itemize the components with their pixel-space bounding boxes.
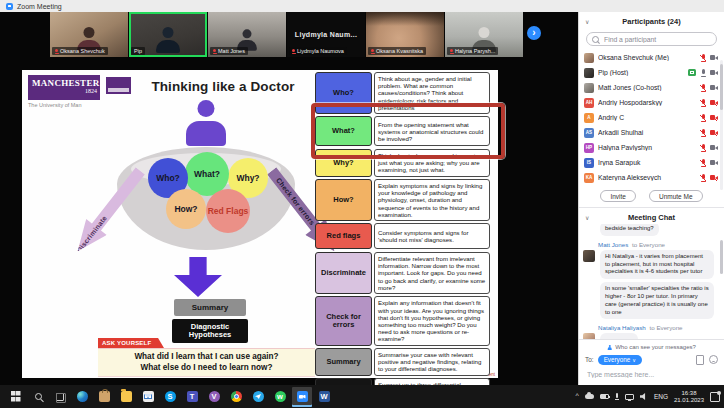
participant-name: Oksana Shevchuk (Me) [598,54,696,61]
video-tile[interactable]: Pip [129,12,207,57]
participant-search [579,28,724,48]
taskbar-app-button[interactable] [116,387,136,407]
taskbar-app-button[interactable] [226,387,246,407]
app-icon [121,391,132,402]
participant-row[interactable]: AH Andriy Hospodarskyy [584,95,720,110]
chat-scroll-thumb[interactable] [720,240,723,274]
mic-icon [700,69,706,77]
notification-center-icon[interactable] [710,392,720,402]
participant-row[interactable]: AS Arkadii Shulhai [584,125,720,140]
app-icon: w [275,391,286,402]
video-filmstrip: Oksana Shevchuk Pip Matt Jones [50,12,523,57]
app-icon [297,391,308,402]
tray-icon[interactable] [640,393,648,400]
participant-row[interactable]: Matt Jones (Co-host) [584,80,720,95]
red-highlight-box [311,103,505,159]
emoji-picker-icon[interactable] [709,355,718,364]
participant-name: Halyna Pavlyshyn [598,144,696,151]
tray-icon[interactable] [615,393,619,400]
chat-audience: to Everyone [650,324,683,331]
funnel-circle: Red Flags [206,189,250,233]
name-tag: Pip [131,47,145,55]
participant-name-card: Liydmyla Naum... [295,31,357,38]
tile-name-label: Oksana Kvasnitska [376,48,423,54]
recipient-selector[interactable]: Everyone ∨ [598,355,642,365]
screen-share-badge [688,69,696,76]
search-input[interactable] [602,35,711,44]
avatar [583,250,595,262]
down-arrow [174,257,222,297]
chat-footer: Who can see your messages? To: Everyone … [579,339,724,385]
participant-row[interactable]: Pip (Host) [584,65,720,80]
app-icon [231,391,242,402]
avatar [584,83,594,93]
participant-row[interactable]: Oksana Shevchuk (Me) [584,50,720,65]
clock[interactable]: 16:38 21.01.2023 [674,390,704,404]
chat-input[interactable] [585,370,718,379]
manchester-logo: MANCHESTER 1824 [28,75,100,100]
invite-button[interactable]: Invite [600,190,636,202]
window-control-button[interactable] [693,2,701,10]
muted-mic-icon [292,49,295,54]
taskbar-app-button[interactable] [6,387,26,407]
video-tile[interactable]: Oksana Shevchuk [50,12,128,57]
chat-message: Thanks☺ [583,333,720,339]
camera-icon [710,175,718,181]
participant-row[interactable]: HP Halyna Pavlyshyn [584,140,720,155]
unmute-me-button[interactable]: Unmute Me [649,190,703,202]
participants-list: Oksana Shevchuk (Me) Pip (Host) [579,48,724,185]
more-videos-button[interactable]: › [527,26,541,40]
taskbar-app-button[interactable]: W [314,387,334,407]
window-control-button[interactable] [676,2,684,10]
tray-icon[interactable] [600,394,609,399]
chat-message: Matt Jones to Everyone [598,241,724,248]
taskbar-app-button[interactable] [248,387,268,407]
window-control-button[interactable] [710,2,718,10]
taskbar-app-button[interactable]: S [160,387,180,407]
language-indicator[interactable]: ENG [654,393,668,400]
tray-icon[interactable] [625,394,634,400]
participant-row[interactable]: KA Kateryna Aleksevych [584,170,720,185]
taskbar-app-button[interactable]: T [182,387,202,407]
taskbar-app-button[interactable] [292,387,312,407]
participant-row[interactable]: A Andriy C [584,110,720,125]
ask-yourself-ribbon: ASK YOURSELF [98,338,164,348]
avatar: HP [584,143,594,153]
app-icon [56,393,64,401]
collapse-chevron-icon[interactable]: ∨ [585,18,589,25]
participant-row[interactable]: IS Iryna Sarapuk [584,155,720,170]
participants-scroll-thumb[interactable] [720,64,723,110]
taskbar-app-button[interactable] [28,387,48,407]
taskbar-app-button[interactable] [50,387,70,407]
video-tile[interactable]: Liydmyla Naum... Liydmyla Naumova [287,12,365,57]
chat-message: Hi Nataliya - it varies from placement t… [583,250,720,279]
tray-icon[interactable] [585,394,594,399]
taskbar-app-button[interactable] [72,387,92,407]
tray-icon[interactable]: ^ [576,392,579,399]
video-tile[interactable]: Matt Jones [208,12,286,57]
taskbar-app-button[interactable]: w [270,387,290,407]
tile-name-label: Matt Jones [218,48,245,54]
taskbar-apps: S T V w [6,387,334,407]
privacy-text[interactable]: Who can see your messages? [615,344,696,350]
camera-icon [710,160,718,166]
video-tile[interactable]: Oksana Kvasnitska [366,12,444,57]
participant-name: Matt Jones (Co-host) [598,84,696,91]
windows-taskbar: S T V w [0,385,724,408]
video-tile[interactable]: Halyna Parysh... [445,12,523,57]
participants-header: ∨ Participants (24) [579,12,724,28]
file-attach-icon[interactable] [696,355,704,365]
mic-icon [700,174,706,182]
participants-title: Participants (24) [585,17,718,26]
collapse-chevron-icon[interactable]: ∨ [585,214,589,221]
chat-message-list: bedside teaching? Matt Jones to Everyone [579,224,724,339]
camera-icon [710,85,718,91]
taskbar-app-button[interactable]: V [204,387,224,407]
mic-icon [700,99,706,107]
name-tag: Oksana Shevchuk [52,47,108,55]
to-label: To: [585,356,594,363]
taskbar-app-button[interactable] [138,387,158,407]
chat-message: Nataliya Haliyash to Everyone [598,324,724,331]
shared-screen-slide: MANCHESTER 1824 The University of Man Th… [22,70,498,378]
taskbar-app-button[interactable] [94,387,114,407]
